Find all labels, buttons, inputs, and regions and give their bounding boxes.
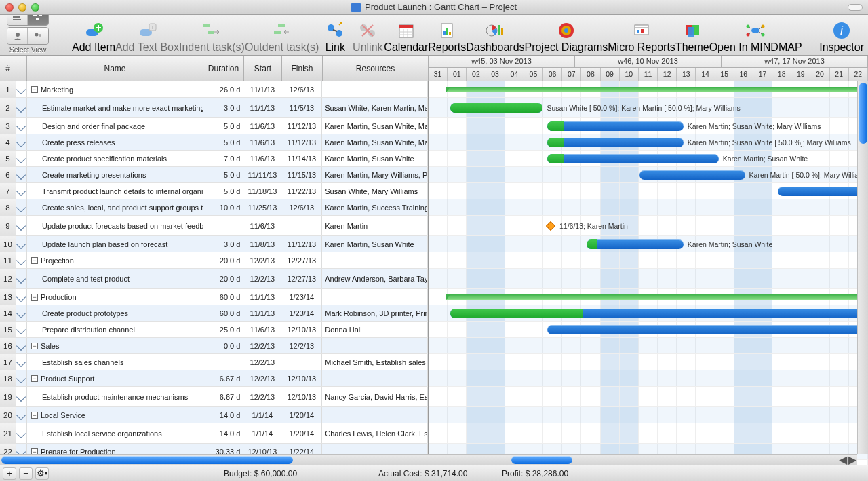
start-cell[interactable]: 11/1/13: [243, 98, 281, 117]
timeline-day[interactable]: 05: [524, 68, 543, 81]
col-header-resources[interactable]: Resources: [323, 56, 429, 81]
expand-toggle[interactable]: −: [31, 412, 38, 419]
finish-cell[interactable]: 12/6/13: [281, 81, 322, 97]
timeline-day[interactable]: 22: [849, 68, 868, 81]
task-row[interactable]: 15Prepare distribution channel25.0 d11/6…: [0, 322, 428, 338]
start-cell[interactable]: 11/1/13: [243, 289, 281, 305]
timeline-day[interactable]: 04: [505, 68, 524, 81]
task-name-cell[interactable]: Update product forecasts based on market…: [27, 216, 203, 235]
resources-cell[interactable]: Michael Smith, Establish sales channels: [322, 354, 428, 370]
finish-cell[interactable]: 12/2/13: [281, 338, 322, 353]
gantt-row[interactable]: Karen Martin [ 50.0 %]; Mary Williams; P…: [429, 167, 868, 183]
summary-bar[interactable]: [446, 294, 868, 300]
summary-bar[interactable]: [446, 87, 868, 92]
task-row[interactable]: 14Create product prototypes60.0 d11/1/13…: [0, 305, 428, 322]
open-mindmap-button[interactable]: Open In MINDMAP: [709, 20, 802, 54]
timeline-day[interactable]: 21: [830, 68, 849, 81]
timeline-week[interactable]: w47, 17 Nov 2013: [722, 56, 868, 67]
timeline-day[interactable]: 10: [620, 68, 639, 81]
start-cell[interactable]: 12/2/13: [243, 252, 281, 268]
gantt-row[interactable]: [429, 322, 868, 338]
calendar-button[interactable]: Calendar: [384, 20, 428, 54]
task-name-cell[interactable]: −Local Service: [27, 407, 203, 423]
resources-cell[interactable]: Karen Martin, Susan White: [322, 151, 428, 166]
task-row[interactable]: 13−Production60.0 d11/1/131/23/14: [0, 289, 428, 305]
finish-cell[interactable]: 12/10/13: [281, 370, 322, 386]
timeline-day[interactable]: 13: [677, 68, 696, 81]
finish-cell[interactable]: 11/14/13: [281, 151, 322, 166]
duration-cell[interactable]: 5.0 d: [203, 167, 244, 182]
task-row[interactable]: 7Transmit product launch details to inte…: [0, 183, 428, 199]
task-name-cell[interactable]: Update launch plan based on forecast: [27, 236, 203, 252]
timeline-day[interactable]: 14: [696, 68, 715, 81]
task-name-cell[interactable]: −Production: [27, 289, 203, 305]
start-cell[interactable]: 11/1/13: [243, 305, 281, 321]
resources-cell[interactable]: Karen Martin: [322, 216, 428, 235]
duration-cell[interactable]: 14.0 d: [203, 423, 244, 443]
timeline-day[interactable]: 16: [734, 68, 753, 81]
start-cell[interactable]: 12/2/13: [243, 354, 281, 370]
task-row[interactable]: 17Establish sales channels12/2/13Michael…: [0, 354, 428, 370]
task-row[interactable]: 9Update product forecasts based on marke…: [0, 216, 428, 236]
task-bar[interactable]: Karen Martin; Susan White: [547, 154, 719, 163]
gantt-row[interactable]: [429, 338, 868, 354]
start-cell[interactable]: 1/1/14: [243, 407, 281, 423]
resources-cell[interactable]: Susan White, Mary Williams: [322, 183, 428, 199]
task-bar[interactable]: [778, 187, 868, 196]
timeline-day[interactable]: 17: [753, 68, 772, 81]
timeline-day[interactable]: 01: [448, 68, 467, 81]
timeline-day[interactable]: 02: [467, 68, 486, 81]
task-bar[interactable]: Karen Martin; Susan White; Mary Williams: [547, 121, 684, 131]
resources-cell[interactable]: [322, 252, 428, 268]
task-bar[interactable]: Karen Martin; Susan White [ 50.0 %]; Mar…: [547, 138, 684, 147]
start-cell[interactable]: 11/1/13: [243, 81, 281, 97]
gantt-area[interactable]: Susan White [ 50.0 %]; Karen Martin [ 50…: [429, 81, 868, 465]
expand-toggle[interactable]: −: [31, 294, 38, 301]
col-header-name[interactable]: Name: [27, 56, 203, 81]
task-name-cell[interactable]: Establish sales channels: [27, 354, 203, 370]
resources-cell[interactable]: [322, 407, 428, 423]
duration-cell[interactable]: [203, 216, 244, 235]
finish-cell[interactable]: 11/12/13: [281, 134, 322, 150]
expand-toggle[interactable]: −: [31, 257, 38, 264]
finish-cell[interactable]: 11/12/13: [281, 118, 322, 134]
task-name-cell[interactable]: Prepare distribution channel: [27, 322, 203, 337]
vscroll-thumb[interactable]: [859, 83, 867, 144]
task-row[interactable]: 18−Product Support6.67 d12/2/1312/10/13: [0, 370, 428, 387]
gantt-row[interactable]: [429, 354, 868, 370]
resources-cell[interactable]: Andrew Anderson, Barbara Taylor, Thomas …: [322, 269, 428, 288]
finish-cell[interactable]: 11/5/13: [281, 98, 322, 117]
expand-toggle[interactable]: −: [31, 86, 38, 93]
duration-cell[interactable]: 25.0 d: [203, 322, 244, 337]
resources-cell[interactable]: Donna Hall: [322, 322, 428, 337]
timeline-day[interactable]: 09: [601, 68, 620, 81]
duration-cell[interactable]: 60.0 d: [203, 289, 244, 305]
duration-cell[interactable]: 20.0 d: [203, 269, 244, 288]
task-name-cell[interactable]: −Sales: [27, 338, 203, 353]
task-name-cell[interactable]: Create product prototypes: [27, 305, 203, 321]
task-bar[interactable]: Susan White [ 50.0 %]; Karen Martin [ 50…: [450, 103, 542, 113]
view-resources-alt-button[interactable]: [28, 28, 48, 44]
duration-cell[interactable]: 6.67 d: [203, 387, 244, 406]
start-cell[interactable]: 11/18/13: [243, 183, 281, 199]
gantt-row[interactable]: [429, 305, 868, 322]
start-cell[interactable]: 11/8/13: [243, 236, 281, 252]
timeline-week[interactable]: w45, 03 Nov 2013: [429, 56, 575, 67]
resources-cell[interactable]: Karen Martin, Success Trainings corp.: [322, 199, 428, 215]
task-row[interactable]: 21Establish local service organizations1…: [0, 423, 428, 444]
reports-button[interactable]: Reports: [428, 20, 466, 54]
resources-cell[interactable]: Susan White, Karen Martin, Mary Williams: [322, 98, 428, 117]
duration-cell[interactable]: 3.0 d: [203, 98, 244, 117]
gantt-row[interactable]: Karen Martin; Susan White: [429, 151, 868, 167]
duration-cell[interactable]: 5.0 d: [203, 134, 244, 150]
duration-cell[interactable]: 20.0 d: [203, 252, 244, 268]
table-hscroll-thumb[interactable]: [1, 456, 293, 464]
task-row[interactable]: 16−Sales0.0 d12/2/1312/2/13: [0, 338, 428, 354]
start-cell[interactable]: 12/2/13: [243, 387, 281, 406]
scroll-right-icon[interactable]: ▶: [848, 455, 857, 465]
start-cell[interactable]: 12/2/13: [243, 338, 281, 353]
start-cell[interactable]: 11/6/13: [243, 322, 281, 337]
gantt-row[interactable]: [429, 289, 868, 305]
start-cell[interactable]: 12/2/13: [243, 370, 281, 386]
finish-cell[interactable]: 1/23/14: [281, 289, 322, 305]
